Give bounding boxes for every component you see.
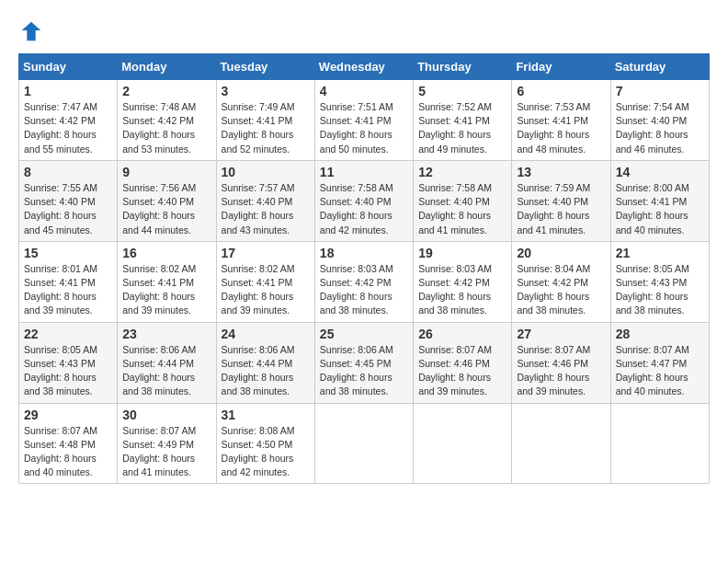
day-info: Sunrise: 8:07 AMSunset: 4:49 PMDaylight:… (122, 425, 196, 478)
day-number: 9 (122, 165, 210, 179)
day-number: 19 (418, 246, 506, 260)
day-number: 20 (517, 246, 605, 260)
calendar-week-row: 8 Sunrise: 7:55 AMSunset: 4:40 PMDayligh… (19, 160, 710, 241)
calendar-header-saturday: Saturday (610, 54, 709, 80)
day-info: Sunrise: 8:05 AMSunset: 4:43 PMDaylight:… (616, 263, 689, 316)
calendar-cell: 4 Sunrise: 7:51 AMSunset: 4:41 PMDayligh… (314, 80, 413, 161)
day-info: Sunrise: 7:54 AMSunset: 4:40 PMDaylight:… (616, 101, 689, 155)
calendar-cell (414, 403, 512, 484)
calendar-cell: 7 Sunrise: 7:54 AMSunset: 4:40 PMDayligh… (610, 80, 709, 161)
calendar-cell: 24 Sunrise: 8:06 AMSunset: 4:44 PMDaylig… (216, 322, 314, 403)
day-number: 11 (320, 165, 408, 179)
day-number: 8 (24, 165, 112, 179)
calendar-header-thursday: Thursday (414, 54, 512, 80)
calendar-cell: 30 Sunrise: 8:07 AMSunset: 4:49 PMDaylig… (118, 403, 216, 484)
day-number: 30 (122, 408, 210, 422)
calendar-cell: 2 Sunrise: 7:48 AMSunset: 4:42 PMDayligh… (118, 80, 216, 161)
day-number: 6 (517, 84, 605, 98)
calendar-cell: 3 Sunrise: 7:49 AMSunset: 4:41 PMDayligh… (216, 80, 314, 161)
day-number: 14 (616, 165, 704, 179)
day-info: Sunrise: 8:02 AMSunset: 4:41 PMDaylight:… (222, 263, 295, 316)
calendar-week-row: 15 Sunrise: 8:01 AMSunset: 4:41 PMDaylig… (19, 241, 710, 322)
day-info: Sunrise: 8:08 AMSunset: 4:50 PMDaylight:… (222, 425, 295, 478)
calendar-table: SundayMondayTuesdayWednesdayThursdayFrid… (18, 53, 710, 484)
day-info: Sunrise: 8:06 AMSunset: 4:44 PMDaylight:… (222, 344, 295, 397)
day-number: 26 (418, 327, 506, 341)
calendar-cell: 21 Sunrise: 8:05 AMSunset: 4:43 PMDaylig… (610, 241, 709, 322)
day-info: Sunrise: 7:58 AMSunset: 4:40 PMDaylight:… (320, 182, 393, 236)
day-info: Sunrise: 7:48 AMSunset: 4:42 PMDaylight:… (122, 101, 196, 155)
day-number: 7 (616, 84, 704, 98)
calendar-header-row: SundayMondayTuesdayWednesdayThursdayFrid… (19, 54, 710, 80)
day-info: Sunrise: 7:57 AMSunset: 4:40 PMDaylight:… (222, 182, 295, 236)
day-info: Sunrise: 8:07 AMSunset: 4:48 PMDaylight:… (24, 425, 97, 478)
day-info: Sunrise: 8:07 AMSunset: 4:47 PMDaylight:… (616, 344, 689, 397)
day-info: Sunrise: 7:52 AMSunset: 4:41 PMDaylight:… (418, 101, 492, 155)
day-number: 23 (122, 327, 210, 341)
day-info: Sunrise: 7:51 AMSunset: 4:41 PMDaylight:… (320, 101, 393, 155)
calendar-week-row: 29 Sunrise: 8:07 AMSunset: 4:48 PMDaylig… (19, 403, 710, 484)
day-info: Sunrise: 7:56 AMSunset: 4:40 PMDaylight:… (122, 182, 196, 236)
day-number: 22 (24, 327, 112, 341)
calendar-cell: 9 Sunrise: 7:56 AMSunset: 4:40 PMDayligh… (118, 160, 216, 241)
day-info: Sunrise: 7:53 AMSunset: 4:41 PMDaylight:… (517, 101, 590, 155)
calendar-header-friday: Friday (512, 54, 610, 80)
day-info: Sunrise: 8:03 AMSunset: 4:42 PMDaylight:… (320, 263, 393, 316)
day-number: 17 (222, 246, 310, 260)
calendar-header-sunday: Sunday (19, 54, 118, 80)
calendar-cell: 29 Sunrise: 8:07 AMSunset: 4:48 PMDaylig… (19, 403, 118, 484)
day-info: Sunrise: 7:59 AMSunset: 4:40 PMDaylight:… (517, 182, 590, 236)
day-number: 21 (616, 246, 704, 260)
day-number: 13 (517, 165, 605, 179)
calendar-cell (512, 403, 610, 484)
calendar-cell: 25 Sunrise: 8:06 AMSunset: 4:45 PMDaylig… (314, 322, 413, 403)
day-number: 15 (24, 246, 112, 260)
calendar-header-monday: Monday (118, 54, 216, 80)
calendar-cell: 8 Sunrise: 7:55 AMSunset: 4:40 PMDayligh… (19, 160, 118, 241)
day-number: 5 (418, 84, 506, 98)
day-info: Sunrise: 8:07 AMSunset: 4:46 PMDaylight:… (517, 344, 590, 397)
day-number: 3 (222, 84, 310, 98)
page-header (18, 18, 710, 44)
calendar-header-tuesday: Tuesday (216, 54, 314, 80)
calendar-week-row: 1 Sunrise: 7:47 AMSunset: 4:42 PMDayligh… (19, 80, 710, 161)
day-info: Sunrise: 8:06 AMSunset: 4:44 PMDaylight:… (122, 344, 196, 397)
logo (18, 18, 48, 44)
calendar-cell: 20 Sunrise: 8:04 AMSunset: 4:42 PMDaylig… (512, 241, 610, 322)
calendar-cell: 18 Sunrise: 8:03 AMSunset: 4:42 PMDaylig… (314, 241, 413, 322)
day-info: Sunrise: 7:47 AMSunset: 4:42 PMDaylight:… (24, 101, 97, 155)
day-info: Sunrise: 7:49 AMSunset: 4:41 PMDaylight:… (222, 101, 295, 155)
calendar-cell: 11 Sunrise: 7:58 AMSunset: 4:40 PMDaylig… (314, 160, 413, 241)
day-info: Sunrise: 8:04 AMSunset: 4:42 PMDaylight:… (517, 263, 590, 316)
day-number: 27 (517, 327, 605, 341)
day-info: Sunrise: 8:05 AMSunset: 4:43 PMDaylight:… (24, 344, 97, 397)
day-info: Sunrise: 8:00 AMSunset: 4:41 PMDaylight:… (616, 182, 689, 236)
day-number: 18 (320, 246, 408, 260)
calendar-cell: 5 Sunrise: 7:52 AMSunset: 4:41 PMDayligh… (414, 80, 512, 161)
day-number: 2 (122, 84, 210, 98)
day-number: 29 (24, 408, 112, 422)
calendar-cell: 6 Sunrise: 7:53 AMSunset: 4:41 PMDayligh… (512, 80, 610, 161)
calendar-week-row: 22 Sunrise: 8:05 AMSunset: 4:43 PMDaylig… (19, 322, 710, 403)
calendar-cell: 14 Sunrise: 8:00 AMSunset: 4:41 PMDaylig… (610, 160, 709, 241)
calendar-cell: 19 Sunrise: 8:03 AMSunset: 4:42 PMDaylig… (414, 241, 512, 322)
calendar-cell: 12 Sunrise: 7:58 AMSunset: 4:40 PMDaylig… (414, 160, 512, 241)
calendar-cell: 16 Sunrise: 8:02 AMSunset: 4:41 PMDaylig… (118, 241, 216, 322)
day-number: 25 (320, 327, 408, 341)
svg-marker-0 (22, 22, 41, 41)
calendar-cell: 10 Sunrise: 7:57 AMSunset: 4:40 PMDaylig… (216, 160, 314, 241)
calendar-cell: 28 Sunrise: 8:07 AMSunset: 4:47 PMDaylig… (610, 322, 709, 403)
calendar-cell: 1 Sunrise: 7:47 AMSunset: 4:42 PMDayligh… (19, 80, 118, 161)
day-number: 24 (222, 327, 310, 341)
day-info: Sunrise: 8:03 AMSunset: 4:42 PMDaylight:… (418, 263, 492, 316)
day-number: 16 (122, 246, 210, 260)
day-number: 1 (24, 84, 112, 98)
day-info: Sunrise: 7:58 AMSunset: 4:40 PMDaylight:… (418, 182, 492, 236)
day-number: 4 (320, 84, 408, 98)
day-number: 12 (418, 165, 506, 179)
calendar-cell: 22 Sunrise: 8:05 AMSunset: 4:43 PMDaylig… (19, 322, 118, 403)
calendar-cell: 31 Sunrise: 8:08 AMSunset: 4:50 PMDaylig… (216, 403, 314, 484)
calendar-cell: 23 Sunrise: 8:06 AMSunset: 4:44 PMDaylig… (118, 322, 216, 403)
calendar-cell: 15 Sunrise: 8:01 AMSunset: 4:41 PMDaylig… (19, 241, 118, 322)
logo-icon (18, 18, 44, 44)
